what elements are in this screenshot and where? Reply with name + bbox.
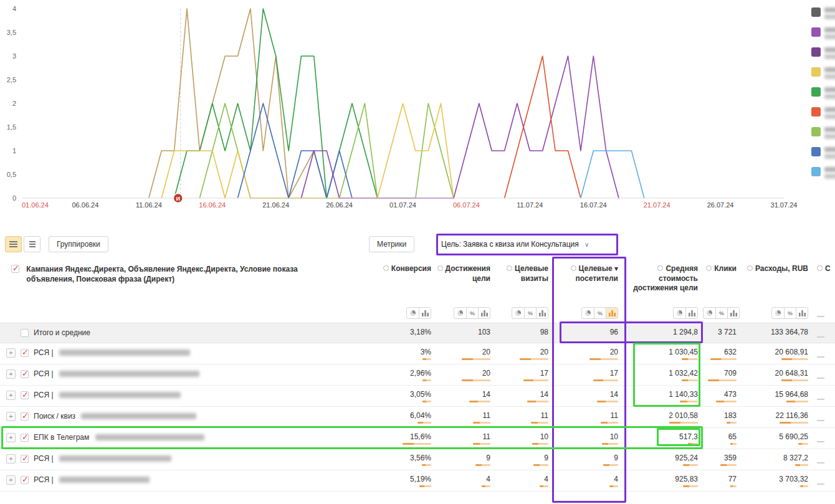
row-checkbox[interactable] (21, 476, 29, 484)
legend-item[interactable] (811, 87, 835, 99)
report-table: Кампания Яндекс.Директа, Объявление Янде… (0, 258, 835, 492)
metric-cell: 11 (436, 406, 495, 427)
row-name-cell: РСЯ | (0, 364, 366, 385)
bars-icon[interactable] (478, 308, 490, 318)
expand-button[interactable] (6, 369, 16, 379)
pie-icon[interactable] (582, 308, 594, 318)
column-header-target-visitors[interactable]: Целевые ▾ посетители (553, 258, 623, 304)
mini-bar (469, 401, 490, 402)
metric-cell: 9 (553, 449, 623, 470)
row-checkbox[interactable] (21, 329, 29, 337)
x-tick-label: 01.07.24 (389, 201, 416, 209)
row-label: ЕПК в Телеграм (34, 433, 92, 442)
table-row: РСЯ | 3,05%1414141 140,3347315 964,68 (0, 385, 835, 406)
bars-icon[interactable] (419, 308, 431, 318)
pie-icon[interactable] (454, 308, 466, 318)
metric-cell: 5,19% (366, 470, 436, 491)
legend-item[interactable] (811, 27, 835, 39)
pie-icon[interactable] (772, 308, 784, 318)
row-name-cell: РСЯ | (0, 470, 366, 491)
mini-bar (683, 485, 698, 487)
groupings-button[interactable]: Группировки (49, 236, 108, 252)
chart-mode-target-visits: % (495, 304, 553, 323)
column-header-clicks[interactable]: Клики (703, 258, 742, 304)
tree-view-button[interactable] (24, 236, 41, 252)
expand-button[interactable] (6, 475, 16, 485)
row-checkbox[interactable] (21, 391, 29, 399)
column-header-conversion[interactable]: Конверсия (366, 258, 436, 304)
metric-value: 11 (553, 411, 618, 420)
percent-icon[interactable]: % (594, 308, 606, 318)
bars-icon[interactable] (536, 308, 548, 318)
mini-bar (669, 422, 698, 424)
column-header-goal-reaches[interactable]: Достижения цели (436, 258, 495, 304)
percent-icon[interactable]: % (466, 308, 478, 318)
y-tick-label: 4 (12, 5, 16, 12)
percent-icon[interactable]: % (715, 308, 727, 318)
chart-mode-switcher (406, 307, 431, 319)
metric-cell: 14 (436, 385, 495, 406)
metrics-button[interactable]: Метрики (369, 236, 414, 252)
column-header-avg-goal-cost[interactable]: Средняя стоимость достижения цели (623, 258, 703, 304)
truncated-content (817, 378, 824, 379)
chart-mode-switcher (673, 307, 698, 319)
expand-button[interactable] (6, 454, 16, 464)
metric-value: 20 (553, 348, 618, 356)
mini-bar (716, 401, 737, 402)
cutoff-cell (813, 470, 835, 491)
column-header-label: Достижения цели (446, 264, 490, 283)
mini-bar (527, 401, 548, 402)
axis-marker[interactable]: И (173, 194, 183, 203)
row-checkbox[interactable] (21, 349, 29, 357)
table-row: РСЯ | 3%2020201 030,4563220 608,91 (0, 343, 835, 364)
metric-value: 3,56% (366, 454, 431, 462)
column-header-label: Средняя стоимость достижения цели (633, 264, 698, 292)
legend-item[interactable] (811, 167, 835, 179)
cutoff-cell (813, 323, 835, 343)
metric-cell: 133 364,78 (742, 323, 813, 343)
pie-icon[interactable] (674, 308, 685, 318)
metric-cell: 4 (436, 470, 495, 491)
table-row: РСЯ | 2,96%2017171 032,4270920 648,31 (0, 364, 835, 385)
mini-bar (533, 464, 548, 466)
legend-item[interactable] (811, 127, 835, 139)
bars-icon[interactable] (685, 308, 697, 318)
expand-button[interactable] (6, 433, 16, 442)
expand-button[interactable] (6, 391, 16, 400)
row-checkbox[interactable] (21, 434, 29, 442)
legend-item[interactable] (811, 147, 835, 159)
metric-value: 2,96% (366, 369, 431, 378)
legend-item[interactable] (811, 47, 835, 59)
chart-mode-switcher: % (581, 307, 618, 319)
percent-icon[interactable]: % (524, 308, 536, 318)
row-checkbox[interactable] (21, 412, 29, 421)
legend-item[interactable] (811, 107, 835, 119)
mini-bar (422, 358, 431, 360)
pie-icon[interactable] (407, 308, 419, 318)
traffic-chart: 00,511,522,533,5401.06.2406.06.2411.06.2… (0, 0, 835, 217)
expand-button[interactable] (6, 348, 16, 358)
legend-item[interactable] (811, 7, 835, 19)
metric-value: 4 (495, 475, 548, 483)
expand-button[interactable] (6, 412, 16, 421)
goal-selector[interactable]: Цель: Заявка с квиза или Консультация ∨ (441, 240, 589, 249)
bars-icon[interactable] (727, 308, 739, 318)
row-checkbox[interactable] (21, 370, 29, 378)
pie-icon[interactable] (512, 308, 524, 318)
pie-icon[interactable] (704, 308, 715, 318)
metric-value: 15 964,68 (742, 390, 808, 399)
percent-icon[interactable]: % (784, 308, 796, 318)
bars-icon[interactable] (606, 308, 618, 318)
list-view-button[interactable] (5, 236, 22, 252)
metric-cell: 8 327,2 (742, 449, 813, 470)
row-label: РСЯ | (34, 348, 55, 357)
cutoff-cell (813, 427, 835, 449)
row-checkbox[interactable] (21, 455, 29, 463)
bars-icon[interactable] (796, 308, 808, 318)
column-header-target-visits[interactable]: Целевые визиты (495, 258, 553, 304)
column-header-costs[interactable]: Расходы, RUB (742, 258, 813, 304)
legend-item[interactable] (811, 67, 835, 79)
select-all-checkbox[interactable] (11, 265, 19, 273)
cutoff-column-label: С (825, 264, 831, 273)
redacted-text (824, 7, 835, 19)
